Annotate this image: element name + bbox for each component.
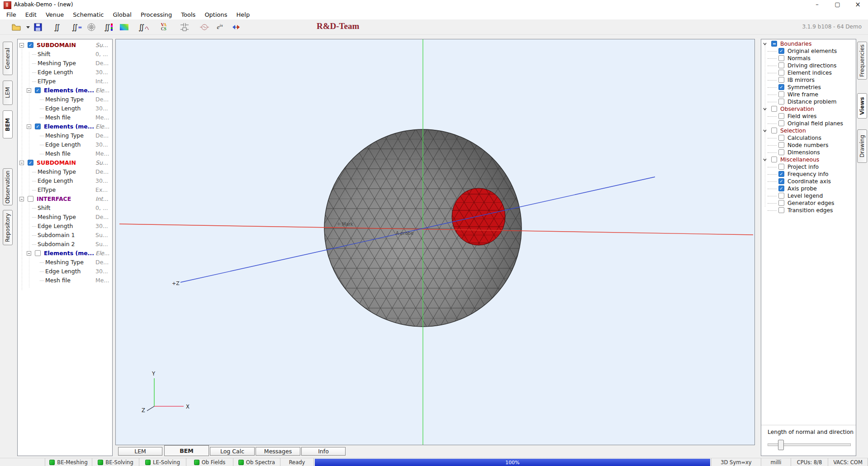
left-tab-bem[interactable]: BEM: [3, 110, 13, 138]
views-item-row[interactable]: Node numbers: [761, 142, 856, 149]
group-checkbox[interactable]: [771, 128, 777, 133]
item-checkbox[interactable]: [778, 70, 784, 76]
ac-source-icon[interactable]: [199, 22, 210, 33]
tree-checkbox[interactable]: [35, 250, 41, 256]
bem-tree-row[interactable]: INTERFACEInt...: [18, 195, 112, 204]
mesh-net-icon[interactable]: [86, 22, 97, 33]
two-port-network-icon[interactable]: [179, 22, 190, 33]
views-item-row[interactable]: Transition edges: [761, 207, 856, 214]
views-item-row[interactable]: ✓Original elements: [761, 48, 856, 55]
maximize-button[interactable]: ▢: [827, 0, 848, 10]
views-item-row[interactable]: Distance problem: [761, 98, 856, 105]
views-item-row[interactable]: ✓Frequency info: [761, 171, 856, 178]
views-item-row[interactable]: Driving directions: [761, 62, 856, 69]
item-checkbox[interactable]: [778, 62, 784, 68]
chevron-down-icon[interactable]: [763, 107, 767, 111]
menu-global[interactable]: Global: [108, 10, 136, 19]
right-tab-frequencies[interactable]: Frequencies: [857, 42, 867, 80]
bem-tree-row[interactable]: Mesh fileMe...: [18, 149, 112, 158]
bem-tree-row[interactable]: Subdomain 2Su...: [18, 240, 112, 249]
save-icon[interactable]: [33, 22, 43, 33]
item-checkbox[interactable]: [778, 164, 784, 170]
views-item-row[interactable]: Element indices: [761, 69, 856, 76]
bem-tree-row[interactable]: ElTypeInt...: [18, 77, 112, 86]
views-group-row[interactable]: Observation: [761, 105, 856, 113]
bem-tree-row[interactable]: Shift0, ...: [18, 50, 112, 59]
item-checkbox[interactable]: ✓: [778, 171, 784, 177]
item-checkbox[interactable]: [778, 142, 784, 148]
menu-options[interactable]: Options: [200, 10, 232, 19]
tree-expander[interactable]: [27, 88, 31, 93]
item-checkbox[interactable]: ✓: [778, 185, 784, 191]
tree-expander[interactable]: [27, 251, 31, 256]
bottom-tab-log-calc[interactable]: Log Calc: [210, 447, 255, 456]
views-item-row[interactable]: Wire frame: [761, 91, 856, 98]
views-group-row[interactable]: Selection: [761, 127, 856, 134]
slider-thumb[interactable]: [778, 440, 784, 450]
item-checkbox[interactable]: [778, 200, 784, 206]
menu-venue[interactable]: Venue: [41, 10, 68, 19]
item-checkbox[interactable]: [778, 113, 784, 119]
tree-expander[interactable]: [19, 161, 24, 165]
item-checkbox[interactable]: [778, 120, 784, 126]
left-tab-lem[interactable]: LEM: [3, 81, 13, 105]
item-checkbox[interactable]: [778, 149, 784, 155]
tree-checkbox[interactable]: ✓: [28, 160, 33, 166]
bem-tree-row[interactable]: ✓Elements (me...Ele...: [18, 86, 112, 95]
item-checkbox[interactable]: ✓: [778, 48, 784, 54]
tree-expander[interactable]: [19, 43, 24, 48]
tree-checkbox[interactable]: ✓: [35, 124, 41, 129]
views-item-row[interactable]: Original field planes: [761, 120, 856, 127]
viewport-3d[interactable]: +Z Mark A-probe Y X Z: [115, 39, 755, 445]
bem-tree-row[interactable]: Meshing TypeDe...: [18, 213, 112, 222]
left-tab-observation[interactable]: Observation: [3, 168, 13, 205]
views-item-row[interactable]: Dimensions: [761, 149, 856, 156]
views-item-row[interactable]: ✓Coordinate axis: [761, 178, 856, 185]
integral-spectrum-icon[interactable]: ∫∫: [138, 22, 149, 33]
views-item-row[interactable]: IB mirrors: [761, 76, 856, 84]
colormap-icon[interactable]: [119, 22, 129, 33]
menu-file[interactable]: File: [2, 10, 21, 19]
open-dropdown-caret[interactable]: [23, 22, 33, 33]
chevron-down-icon[interactable]: [763, 157, 767, 162]
bottom-tab-messages[interactable]: Messages: [256, 447, 300, 456]
bem-tree-row[interactable]: Edge Length30...: [18, 176, 112, 185]
bottom-tab-lem[interactable]: LEM: [118, 447, 162, 456]
bem-tree-row[interactable]: Meshing TypeDe...: [18, 131, 112, 140]
bem-tree-row[interactable]: Mesh fileMe...: [18, 276, 112, 285]
bem-tree-row[interactable]: Edge Length30...: [18, 140, 112, 149]
minimize-button[interactable]: –: [807, 0, 827, 10]
item-checkbox[interactable]: [778, 135, 784, 141]
lem-integral-icon[interactable]: ∫∫: [52, 22, 62, 33]
bem-tree-row[interactable]: ElTypeEx...: [18, 185, 112, 195]
tree-checkbox[interactable]: ✓: [28, 42, 33, 48]
vacs-icon[interactable]: VACS: [158, 22, 169, 33]
bem-tree-row[interactable]: Meshing TypeDe...: [18, 167, 112, 176]
views-item-row[interactable]: Level legend: [761, 192, 856, 200]
bem-tree-row[interactable]: Meshing TypeDe...: [18, 258, 112, 267]
chevron-down-icon[interactable]: [763, 128, 767, 133]
normal-length-slider[interactable]: [768, 443, 851, 446]
euler-formula-icon[interactable]: eiπ: [214, 22, 225, 33]
bem-tree-row[interactable]: Edge Length30...: [18, 267, 112, 276]
bem-tree-row[interactable]: Subdomain 1Su...: [18, 231, 112, 240]
menu-edit[interactable]: Edit: [21, 10, 41, 19]
bottom-tab-bem[interactable]: BEM: [164, 445, 209, 456]
bem-tree-row[interactable]: Edge Length30...: [18, 104, 112, 113]
menu-processing[interactable]: Processing: [136, 10, 176, 19]
bem-tree-row[interactable]: Shift0, ...: [18, 204, 112, 213]
menu-schematic[interactable]: Schematic: [68, 10, 108, 19]
bem-tree-row[interactable]: Meshing TypeDe...: [18, 59, 112, 68]
bem-tree-row[interactable]: Meshing TypeDe...: [18, 95, 112, 104]
integral-equals-icon[interactable]: ∫∫=: [71, 22, 82, 33]
integral-levels-icon[interactable]: ∫∫: [103, 22, 114, 33]
bem-tree-row[interactable]: ✓SUBDOMAINSu...: [18, 158, 112, 167]
views-item-row[interactable]: Calculations: [761, 134, 856, 142]
left-tab-repository[interactable]: Repository: [3, 210, 13, 245]
swap-arrows-icon[interactable]: [231, 22, 242, 33]
item-checkbox[interactable]: [778, 99, 784, 105]
close-button[interactable]: ×: [848, 0, 868, 10]
item-checkbox[interactable]: [778, 91, 784, 97]
views-item-row[interactable]: Project info: [761, 163, 856, 171]
chevron-down-icon[interactable]: [763, 42, 767, 46]
